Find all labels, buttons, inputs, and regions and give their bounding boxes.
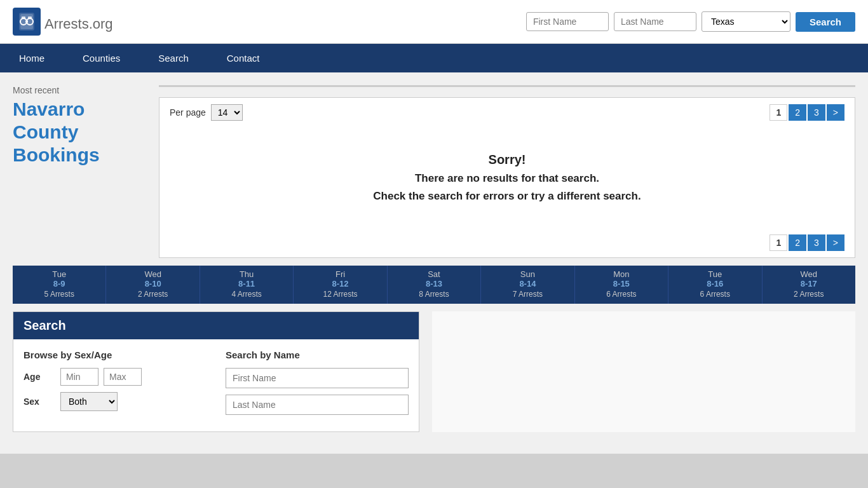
pagination-bottom-bar: 1 2 3 > [159, 228, 855, 258]
header-state-select[interactable]: Texas Alabama California Florida [702, 11, 790, 32]
page-next-bottom[interactable]: > [827, 234, 844, 251]
date-cell-2[interactable]: Thu 8-11 4 Arrests [200, 266, 294, 304]
per-page-bar: Per page 14 25 50 1 2 3 > [159, 97, 855, 127]
page-3-bottom[interactable]: 3 [808, 234, 825, 251]
svg-rect-5 [22, 17, 25, 19]
logo-area: Arrests.org [13, 8, 113, 36]
no-results-msg1: There are no results for that search. [172, 172, 842, 185]
logo-suffix: .org [89, 16, 113, 32]
header-first-name-input[interactable] [526, 12, 609, 31]
most-recent-label: Most recent [13, 85, 146, 95]
search-by-name-title: Search by Name [226, 349, 409, 360]
nav-contact[interactable]: Contact [208, 44, 279, 72]
county-line1: Navarro [13, 98, 146, 121]
page-3-top[interactable]: 3 [808, 104, 825, 121]
sex-select[interactable]: Both Male Female [60, 392, 118, 411]
page-next-top[interactable]: > [827, 104, 844, 121]
main-content: Most recent Navarro County Bookings Per … [0, 72, 868, 454]
search-by-name: Search by Name [226, 349, 409, 421]
per-page-select[interactable]: 14 25 50 [211, 104, 243, 121]
sex-label: Sex [24, 396, 55, 407]
search-last-name-input[interactable] [226, 395, 409, 415]
search-panel: Search Browse by Sex/Age Age Sex Both Ma… [13, 311, 419, 432]
county-line2: County [13, 121, 146, 144]
logo-icon [13, 8, 41, 36]
date-cell-7[interactable]: Tue 8-16 6 Arrests [668, 266, 762, 304]
no-results-box: Sorry! There are no results for that sea… [159, 127, 855, 228]
right-panel [432, 311, 855, 432]
nav-bar: Home Counties Search Contact [0, 44, 868, 72]
date-cell-1[interactable]: Wed 8-10 2 Arrests [106, 266, 200, 304]
date-cell-4[interactable]: Sat 8-13 8 Arrests [388, 266, 481, 304]
no-results-sorry: Sorry! [172, 152, 842, 167]
sidebar: Most recent Navarro County Bookings [13, 85, 146, 258]
date-bar: Tue 8-9 5 Arrests Wed 8-10 2 Arrests Thu… [13, 266, 855, 304]
age-row: Age [24, 368, 207, 386]
search-first-name-input[interactable] [226, 368, 409, 388]
page-2-top[interactable]: 2 [789, 104, 806, 121]
browse-section-title: Browse by Sex/Age [24, 349, 207, 360]
search-panel-title: Search [13, 312, 419, 339]
divider [159, 85, 855, 87]
page-1-bottom[interactable]: 1 [770, 234, 787, 251]
header-search-button[interactable]: Search [796, 12, 855, 32]
date-cell-3[interactable]: Fri 8-12 12 Arrests [294, 266, 387, 304]
results-area: Per page 14 25 50 1 2 3 > Sorry! Ther [159, 85, 855, 258]
logo-brand: Arrests [44, 16, 89, 32]
pagination-top: 1 2 3 > [770, 104, 844, 121]
page-2-bottom[interactable]: 2 [789, 234, 806, 251]
date-cell-5[interactable]: Sun 8-14 7 Arrests [481, 266, 574, 304]
per-page-label: Per page [170, 107, 206, 118]
no-results-msg2: Check the search for errors or try a dif… [172, 190, 842, 203]
sex-row: Sex Both Male Female [24, 392, 207, 411]
date-cell-6[interactable]: Mon 8-15 6 Arrests [575, 266, 668, 304]
age-label: Age [24, 372, 55, 382]
county-line3: Bookings [13, 144, 146, 166]
search-panel-body: Browse by Sex/Age Age Sex Both Male Fema… [13, 339, 419, 431]
logo-text: Arrests.org [44, 10, 113, 34]
date-cell-8[interactable]: Wed 8-17 2 Arrests [763, 266, 855, 304]
header-search-area: Texas Alabama California Florida Search [526, 11, 855, 32]
county-title: Navarro County Bookings [13, 98, 146, 166]
svg-rect-6 [28, 17, 32, 19]
nav-home[interactable]: Home [0, 44, 64, 72]
nav-counties[interactable]: Counties [64, 44, 139, 72]
age-min-input[interactable] [60, 368, 98, 386]
search-panel-wrapper: Search Browse by Sex/Age Age Sex Both Ma… [0, 311, 868, 445]
date-cell-0[interactable]: Tue 8-9 5 Arrests [13, 266, 106, 304]
page-1-top[interactable]: 1 [770, 104, 787, 121]
header: Arrests.org Texas Alabama California Flo… [0, 0, 868, 44]
age-max-input[interactable] [104, 368, 142, 386]
nav-search[interactable]: Search [139, 44, 208, 72]
svg-rect-4 [25, 21, 28, 23]
header-last-name-input[interactable] [614, 12, 696, 31]
content-wrapper: Most recent Navarro County Bookings Per … [0, 72, 868, 258]
browse-by-sex-age: Browse by Sex/Age Age Sex Both Male Fema… [24, 349, 207, 421]
